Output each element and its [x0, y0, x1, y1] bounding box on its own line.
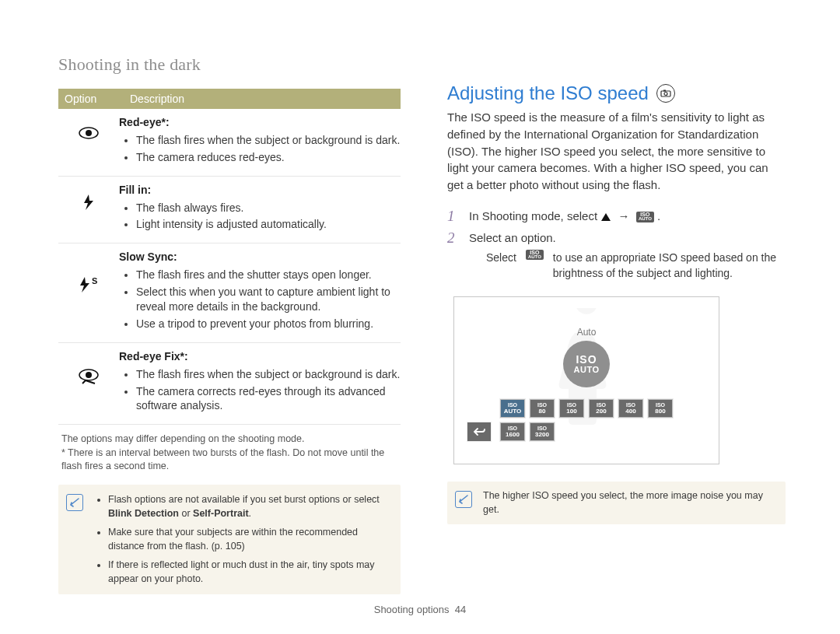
step-number: 1	[447, 208, 460, 225]
iso-chip[interactable]: ISO80	[529, 398, 555, 419]
svg-point-8	[664, 93, 667, 96]
bullet: Use a tripod to prevent your photos from…	[136, 317, 401, 331]
right-column: Adjusting the ISO speed The ISO speed is…	[447, 89, 786, 594]
step-item: 1 In Shooting mode, select → ISOAUTO .	[447, 208, 786, 225]
bullet: The camera reduces red-eyes.	[136, 150, 401, 165]
step-text: Select an option. Select ISOAUTO to use …	[469, 229, 786, 285]
bullet: Light intensity is adjusted automaticall…	[136, 217, 401, 232]
camera-mode-icon	[656, 84, 675, 103]
header-description: Description	[125, 93, 401, 105]
option-description: Fill in: The flash always fires. Light i…	[119, 183, 401, 236]
svg-point-6	[86, 372, 92, 378]
svg-marker-2	[84, 194, 93, 210]
slow-sync-icon: S	[58, 250, 119, 293]
svg-marker-10	[601, 213, 611, 221]
flash-fill-icon	[58, 183, 119, 211]
page: Shooting in the dark Option Description …	[0, 0, 840, 634]
note-icon	[455, 491, 472, 508]
footnote: The options may differ depending on the …	[58, 433, 401, 474]
note-item: Make sure that your subjects are within …	[108, 525, 391, 553]
table-header: Option Description	[58, 89, 401, 109]
footnote-line: The options may differ depending on the …	[61, 433, 401, 447]
option-name: Fill in:	[119, 184, 151, 196]
table-row: Red-eye*: The flash fires when the subje…	[58, 109, 401, 177]
bullet: The flash fires when the subject or back…	[136, 133, 401, 148]
note-box: The higher ISO speed you select, the mor…	[447, 482, 786, 524]
iso-chip[interactable]: ISO400	[618, 398, 644, 419]
steps-list: 1 In Shooting mode, select → ISOAUTO . 2…	[447, 208, 786, 285]
svg-marker-3	[80, 277, 89, 292]
svg-point-1	[86, 130, 92, 136]
option-name: Red-eye*:	[119, 116, 170, 128]
sub-bullet: Select ISOAUTO to use an appropriate ISO…	[486, 250, 786, 282]
option-name: Red-eye Fix*:	[119, 350, 188, 363]
camera-screen-preview: Auto ISO AUTO ISOAUTO ISO80 ISO100 ISO20…	[453, 296, 719, 464]
iso-auto-inline-icon: ISOAUTO	[636, 212, 654, 222]
note-item: Flash options are not available if you s…	[108, 492, 391, 520]
up-triangle-icon	[600, 212, 611, 222]
iso-auto-badge: ISO AUTO	[563, 341, 610, 387]
iso-chip[interactable]: ISO100	[558, 398, 585, 419]
note-box: Flash options are not available if you s…	[58, 485, 401, 594]
eye-icon	[58, 115, 119, 140]
option-description: Red-eye*: The flash fires when the subje…	[119, 115, 401, 168]
note-list: Flash options are not available if you s…	[94, 492, 391, 587]
option-description: Red-eye Fix*: The flash fires when the s…	[119, 349, 401, 417]
bullet: The flash fires and the shutter stays op…	[136, 268, 401, 282]
redeye-fix-icon	[58, 349, 119, 387]
svg-text:S: S	[92, 276, 97, 285]
two-column-layout: Option Description Red-eye*: The flash f…	[58, 89, 786, 594]
iso-chip-row: ISOAUTO ISO80 ISO100 ISO200 ISO400 ISO80…	[499, 398, 674, 442]
option-description: Slow Sync: The flash fires and the shutt…	[119, 250, 401, 334]
note-item: If there is reflected light or much dust…	[108, 558, 391, 586]
header-option: Option	[58, 93, 125, 105]
svg-rect-9	[663, 90, 666, 92]
table-row: Red-eye Fix*: The flash fires when the s…	[58, 343, 401, 426]
bullet: Select this when you want to capture amb…	[136, 285, 401, 314]
step-text: In Shooting mode, select → ISOAUTO .	[469, 208, 786, 225]
section-title: Shooting in the dark	[58, 54, 786, 75]
note-text: The higher ISO speed you select, the mor…	[483, 489, 776, 517]
iso-auto-inline-icon: ISOAUTO	[526, 250, 544, 261]
step-number: 2	[447, 229, 460, 247]
table-row: Fill in: The flash always fires. Light i…	[58, 177, 401, 244]
bullet: The flash fires when the subject or back…	[136, 367, 401, 382]
page-footer: Shooting options 44	[0, 604, 840, 615]
left-column: Option Description Red-eye*: The flash f…	[58, 89, 401, 594]
iso-label: Auto	[577, 327, 597, 338]
back-button[interactable]	[467, 422, 492, 442]
iso-chip[interactable]: ISO800	[647, 398, 674, 419]
iso-chip[interactable]: ISO200	[588, 398, 614, 419]
footnote-line: * There is an interval between two burst…	[61, 447, 401, 474]
iso-chip[interactable]: ISO3200	[529, 422, 555, 442]
bullet: The camera corrects red-eyes through its…	[136, 384, 401, 414]
iso-chip[interactable]: ISO1600	[499, 422, 526, 442]
iso-heading: Adjusting the ISO speed	[447, 82, 786, 104]
iso-chip-auto[interactable]: ISOAUTO	[499, 398, 526, 419]
bullet: The flash always fires.	[136, 201, 401, 215]
note-icon	[66, 494, 83, 511]
step-item: 2 Select an option. Select ISOAUTO to us…	[447, 229, 786, 285]
option-name: Slow Sync:	[119, 250, 177, 263]
table-row: S Slow Sync: The flash fires and the shu…	[58, 243, 401, 342]
body-text: The ISO speed is the measure of a film's…	[447, 109, 786, 194]
